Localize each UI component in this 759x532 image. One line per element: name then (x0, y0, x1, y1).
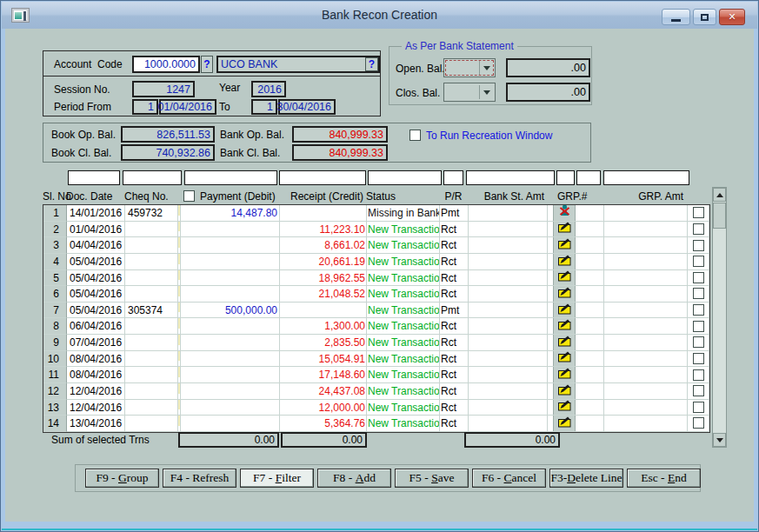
filter-box-grp-icon[interactable] (556, 170, 575, 185)
bank-st-amt-cell[interactable] (469, 416, 548, 432)
grp-amt-cell[interactable] (604, 335, 688, 351)
payment-cell[interactable] (181, 254, 280, 270)
scrollbar-thumb[interactable] (713, 203, 726, 229)
function-button-f3-delete-line[interactable]: F3-Delete Line (549, 469, 623, 488)
cheq-no-cell[interactable] (125, 270, 178, 287)
function-button-f6-cancel[interactable]: F6 - Cancel (472, 469, 546, 488)
bank-st-amt-cell[interactable] (469, 254, 548, 270)
cheq-no-cell[interactable] (125, 222, 178, 238)
grp-cell[interactable] (548, 400, 604, 416)
function-button-f8-add[interactable]: F8 - Add (317, 469, 391, 488)
doc-date-cell[interactable]: 05/04/2016 (67, 286, 125, 303)
status-cell[interactable]: New Transaction (367, 237, 440, 254)
row-select-checkbox[interactable] (693, 304, 704, 316)
function-button-f9-group[interactable]: F9 - Group (85, 469, 159, 488)
doc-date-cell[interactable]: 05/04/2016 (67, 270, 125, 287)
cheq-no-cell[interactable] (125, 254, 178, 270)
row-select-checkbox[interactable] (693, 336, 704, 348)
grp-amt-cell[interactable] (604, 303, 688, 319)
row-select-checkbox[interactable] (693, 385, 704, 396)
period-to-date[interactable]: 30/04/2016 (278, 99, 336, 115)
pr-cell[interactable]: Rct (440, 254, 469, 270)
payment-select-all-checkbox[interactable] (183, 190, 195, 202)
row-number-cell[interactable]: 1 (43, 205, 67, 222)
open-bal-amount[interactable]: .00 (506, 58, 590, 77)
payment-cell[interactable]: 500,000.00 (181, 303, 280, 319)
status-cell[interactable]: Missing in Bank (367, 205, 440, 222)
edit-note-icon[interactable] (558, 286, 571, 302)
grp-amt-cell[interactable] (604, 222, 688, 238)
row-number-cell[interactable]: 2 (43, 222, 67, 238)
status-cell[interactable]: New Transaction (367, 400, 440, 416)
row-number-cell[interactable]: 5 (43, 270, 67, 287)
row-select-checkbox[interactable] (693, 207, 704, 218)
cheq-no-cell[interactable] (125, 237, 178, 254)
filter-box-status[interactable] (368, 170, 442, 185)
clos-bal-amount[interactable]: .00 (506, 83, 590, 102)
cheq-no-cell[interactable] (125, 416, 178, 432)
doc-date-cell[interactable]: 04/04/2016 (67, 237, 125, 254)
bank-st-amt-cell[interactable] (469, 367, 548, 383)
payment-cell[interactable] (181, 286, 280, 303)
row-number-cell[interactable]: 12 (43, 383, 67, 400)
cheq-no-cell[interactable] (125, 286, 178, 303)
bank-st-amt-cell[interactable] (469, 237, 548, 254)
bank-st-amt-cell[interactable] (469, 205, 548, 222)
cheq-no-cell[interactable]: 459732 (125, 205, 178, 222)
grp-amt-cell[interactable] (604, 205, 688, 222)
status-cell[interactable]: New Transaction (367, 335, 440, 351)
bank-st-amt-cell[interactable] (469, 270, 548, 287)
grp-cell[interactable] (548, 351, 604, 368)
cheq-no-cell[interactable] (125, 400, 178, 416)
edit-note-icon[interactable] (558, 222, 571, 237)
pr-cell[interactable]: Rct (440, 400, 469, 416)
row-select-checkbox[interactable] (693, 240, 704, 251)
edit-note-icon[interactable] (558, 400, 571, 416)
bank-st-amt-cell[interactable] (469, 335, 548, 351)
grp-amt-cell[interactable] (604, 237, 688, 254)
row-number-cell[interactable]: 9 (43, 335, 67, 351)
row-number-cell[interactable]: 6 (43, 286, 67, 303)
bank-st-amt-cell[interactable] (469, 351, 548, 368)
grp-cell[interactable] (548, 303, 604, 319)
doc-date-cell[interactable]: 05/04/2016 (67, 254, 125, 270)
edit-note-icon[interactable] (558, 303, 571, 318)
doc-date-cell[interactable]: 05/04/2016 (67, 303, 125, 319)
doc-date-cell[interactable]: 14/01/2016 (67, 205, 125, 222)
row-select-checkbox[interactable] (693, 417, 704, 429)
grp-amt-cell[interactable] (604, 383, 688, 400)
cheq-no-cell[interactable] (125, 367, 178, 383)
doc-date-cell[interactable]: 13/04/2016 (67, 416, 125, 432)
doc-date-cell[interactable]: 06/04/2016 (67, 318, 125, 335)
receipt-cell[interactable]: 11,223.10 (280, 222, 367, 238)
pr-cell[interactable]: Rct (440, 367, 469, 383)
edit-note-icon[interactable] (558, 254, 571, 269)
edit-note-icon[interactable] (558, 335, 571, 350)
filter-box-pr[interactable] (443, 170, 463, 185)
grp-cell[interactable] (548, 367, 604, 383)
grp-cell[interactable] (548, 318, 604, 335)
grp-cell[interactable] (548, 237, 604, 254)
doc-date-cell[interactable]: 12/04/2016 (67, 400, 125, 416)
status-cell[interactable]: New Transaction (367, 383, 440, 400)
cheq-no-cell[interactable] (125, 351, 178, 368)
period-from-date[interactable]: 01/04/2016 (159, 99, 216, 115)
grp-amt-cell[interactable] (604, 367, 688, 383)
row-number-cell[interactable]: 7 (43, 303, 67, 319)
cheq-no-cell[interactable] (125, 383, 178, 400)
grp-amt-cell[interactable] (604, 254, 688, 270)
account-code-lookup-button[interactable]: ? (201, 56, 213, 73)
row-select-checkbox[interactable] (693, 321, 704, 332)
edit-note-icon[interactable] (558, 270, 571, 286)
row-select-checkbox[interactable] (693, 288, 704, 299)
status-cell[interactable]: New Transaction (367, 318, 440, 335)
receipt-cell[interactable]: 12,000.00 (280, 400, 367, 416)
pr-cell[interactable]: Rct (440, 286, 469, 303)
payment-cell[interactable] (181, 335, 280, 351)
payment-cell[interactable] (181, 270, 280, 287)
bank-st-amt-cell[interactable] (469, 318, 548, 335)
pr-cell[interactable]: Pmt (440, 303, 469, 319)
maximize-button[interactable] (693, 9, 716, 25)
grp-cell[interactable] (548, 270, 604, 287)
filter-box-grp[interactable] (576, 170, 601, 185)
